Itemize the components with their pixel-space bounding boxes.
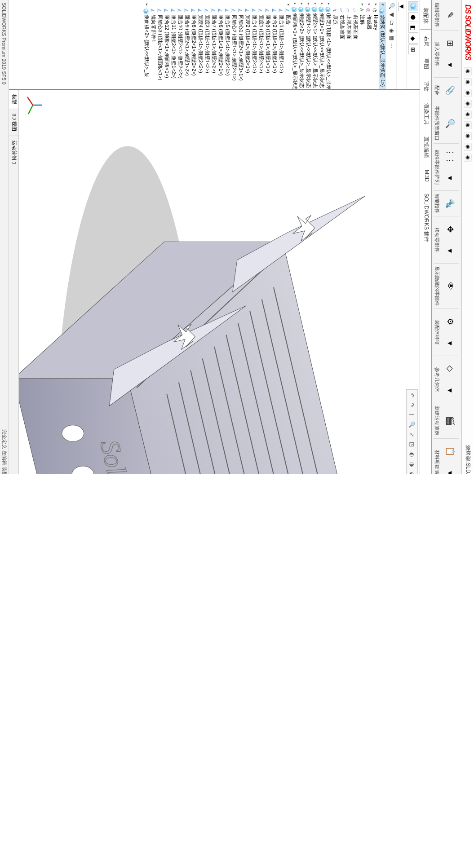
ribbon-command-button[interactable]: ▾ (441, 168, 459, 188)
tree-node[interactable]: ▸🧊侧壁1<2> (默认<<默认>_显示状态 (305, 2, 312, 89)
ribbon-command-button[interactable]: 🎬 (441, 411, 459, 431)
command-tab[interactable]: 直接编辑 (420, 131, 431, 163)
tree-node[interactable]: ∡重合12 (顶板<1>,侧面板<1>) (164, 2, 170, 89)
tree-node[interactable]: ▸🧊(固定) 顶板<1> (默认<<默认>_显示状态 (325, 2, 332, 89)
tree-node[interactable]: ∡同轴心1 (侧壁2<1>,侧壁1<1>) (238, 2, 244, 89)
filter-icon[interactable]: ⋯ (389, 43, 395, 48)
tree-node[interactable]: ∡同轴心3 (顶板<1>,侧面板<1>) (157, 2, 164, 89)
tree-node[interactable]: ∡宽度3 (顶板<1>,侧壁1<2>) (204, 2, 211, 89)
tree-node[interactable]: ∡重合1 (顶板<1>,侧壁1<1>) (278, 2, 285, 89)
config-dropdown[interactable]: ⯆ (398, 2, 405, 11)
tree-node[interactable]: ∡镜向零部件1 (150, 2, 157, 89)
command-tab[interactable]: 评估 (420, 75, 431, 97)
expand-icon[interactable]: ▸ (143, 3, 150, 7)
qat-gear-icon[interactable]: ◉ (464, 154, 472, 162)
tree-node[interactable]: ▾∡配合 (285, 2, 292, 89)
filter-icon[interactable]: ◉ (389, 28, 395, 33)
tree-node[interactable]: ▸🧊侧壁1<1> (默认<<默认>_显示状态 (319, 2, 325, 89)
expand-icon[interactable]: ▾ (285, 3, 292, 7)
tree-node[interactable]: ▱上视基准面 (346, 2, 352, 89)
expand-icon[interactable]: ▸ (325, 3, 332, 5)
qat-opts-icon[interactable]: ◉ (464, 143, 472, 151)
expand-icon[interactable]: ▸ (298, 3, 305, 5)
filter-icon[interactable]: 🔍 (389, 3, 395, 9)
orientation-triad[interactable] (21, 94, 44, 116)
tree-node[interactable]: ▸🧊侧壁2<1> (默认<<默认>_显示状态 (312, 2, 319, 89)
ribbon-command-button[interactable]: ✥ (441, 219, 459, 239)
expand-icon[interactable]: ▸ (366, 3, 372, 7)
manager-tab[interactable]: ◧ (408, 23, 418, 33)
expand-icon[interactable]: ▸ (372, 3, 379, 7)
qat-home-icon[interactable]: ◉ (464, 67, 472, 75)
qat-print-icon[interactable]: ◉ (464, 110, 472, 119)
tree-node[interactable]: ▸🧊侧面板<2> (默认<<默认>_显 (143, 2, 150, 89)
tree-node[interactable]: ∡重合2 (顶板<1>,侧壁1<1>) (271, 2, 278, 89)
qat-open-icon[interactable]: ◉ (464, 89, 472, 97)
tree-node[interactable]: ▱前视基准面 (352, 2, 359, 89)
ribbon-command-button[interactable]: ◇ (441, 359, 459, 379)
document-tab[interactable]: 模型 (9, 90, 18, 109)
manager-tab[interactable]: ◆ (408, 34, 418, 44)
tree-node[interactable]: ▸◎传感器 (366, 2, 372, 89)
filter-icon[interactable]: ▦ (389, 35, 395, 40)
ribbon-command-button[interactable]: 📎 (441, 80, 459, 100)
expand-icon[interactable]: ▸ (305, 3, 312, 5)
command-tab[interactable]: 渲染工具 (420, 98, 431, 130)
filter-icon[interactable]: 🗂 (389, 20, 395, 26)
command-tab[interactable]: 布局 (420, 31, 431, 52)
tree-node[interactable]: ∡宽度2 (顶板<1>,侧壁2<1>) (244, 2, 251, 89)
ribbon-command-button[interactable]: 🔍 (441, 114, 459, 133)
tree-node[interactable]: ∡重合10 (侧壁2<1>,侧壁2<2>) (177, 2, 184, 89)
manager-tab[interactable]: ⬢ (408, 12, 418, 22)
tree-node[interactable]: ▸A注解 (359, 2, 366, 89)
tree-node[interactable]: ▸🧊侧壁2<2> (默认<<默认>_显示状态 (298, 2, 305, 89)
manager-tab[interactable]: ⊞ (408, 44, 418, 54)
tree-node[interactable]: ▸◔History (372, 2, 379, 89)
command-tab[interactable]: 草图 (420, 53, 431, 75)
expand-icon[interactable]: ▸ (359, 3, 366, 7)
tree-node[interactable]: ∡重合5 (侧壁1<1>,侧壁2<1>) (224, 2, 231, 89)
expand-icon[interactable]: ▸ (292, 3, 298, 5)
tree-node[interactable]: ∡重合11 (侧壁2<1>,侧壁1<2>) (170, 2, 177, 89)
qat-redo-icon[interactable]: ◉ (464, 132, 472, 140)
ribbon-command-button[interactable]: ▾ (441, 463, 459, 474)
ribbon-command-button[interactable]: ⚙ (441, 312, 459, 331)
tree-node[interactable]: ∡重合7 (顶板<1>,侧壁2<2>) (211, 2, 217, 89)
command-tab[interactable]: 装配体 (420, 2, 431, 30)
ribbon-command-button[interactable]: 👁 (441, 276, 459, 296)
tree-node[interactable]: ∡重合6 (侧壁1<1>,侧壁2<1>) (217, 2, 224, 89)
tree-node[interactable]: ∡宽度1 (顶板<1>,侧壁2<1>) (258, 2, 265, 89)
tree-node[interactable]: ∡重合8 (侧壁2<1>,侧壁2<2>) (190, 2, 197, 89)
expand-icon[interactable]: ▸ (312, 3, 319, 5)
tree-node[interactable]: ∡重合4 (顶板<1>,侧壁2<1>) (251, 2, 258, 89)
ribbon-command-button[interactable]: ▾ (441, 241, 459, 260)
ribbon-command-button[interactable]: ▾ (441, 380, 459, 400)
filter-icon[interactable]: ⯆ (389, 12, 395, 18)
ribbon-command-button[interactable]: 🔩 (441, 194, 459, 213)
ribbon-command-button[interactable]: 📋 (441, 441, 459, 461)
qat-undo-icon[interactable]: ◉ (464, 121, 472, 129)
tree-node[interactable]: ▱右视基准面 (339, 2, 346, 89)
document-tab[interactable]: 3D 视图 (9, 109, 18, 136)
tree-node[interactable]: ∡重合3 (顶板<1>,侧壁1<1>) (265, 2, 271, 89)
qat-save-icon[interactable]: ◉ (464, 100, 472, 108)
document-tab[interactable]: 运动算例 1 (9, 136, 18, 169)
tree-node[interactable]: ↯原点 (332, 2, 339, 89)
tree-root[interactable]: ▾🧊 烧烤架 (默认<默认_显示状态-1>) (379, 2, 386, 89)
qat-new-icon[interactable]: ◉ (464, 78, 472, 86)
ribbon-command-button[interactable]: ✎ (441, 5, 459, 25)
feature-tree[interactable]: ▾🧊 烧烤架 (默认<默认_显示状态-1>) ▸◔History▸◎传感器▸A注… (9, 0, 387, 89)
tree-node[interactable]: ∡宽度4 (顶板<1>,侧壁2<2>) (197, 2, 204, 89)
manager-tab[interactable]: 🧊 (408, 1, 418, 11)
command-tab[interactable]: MBD (420, 164, 431, 187)
tree-node[interactable]: ∡重合9 (侧壁2<1>,侧壁1<2>) (184, 2, 190, 89)
ribbon-command-button[interactable]: ▾ (441, 333, 459, 353)
tree-node[interactable]: ▸🧊侧面板<1> (默认<<默认>_显示状态 (292, 2, 298, 89)
ribbon-command-button[interactable]: ⋮⋮ (441, 146, 459, 166)
graphics-viewport[interactable]: ↶↷|🔍⤢◳◐◑◒☀⊞◧◨▦●◆⬡◎ SW 研习社 (9, 90, 420, 474)
ribbon-command-button[interactable]: ▾ (441, 55, 459, 75)
command-tab[interactable]: SOLIDWORKS 插件 (420, 188, 431, 248)
expand-icon[interactable]: ▸ (319, 3, 325, 5)
ribbon-command-button[interactable]: ⊞ (441, 33, 459, 53)
tree-node[interactable]: ∡同轴心2 (侧壁1<1>,侧壁2<1>) (231, 2, 238, 89)
